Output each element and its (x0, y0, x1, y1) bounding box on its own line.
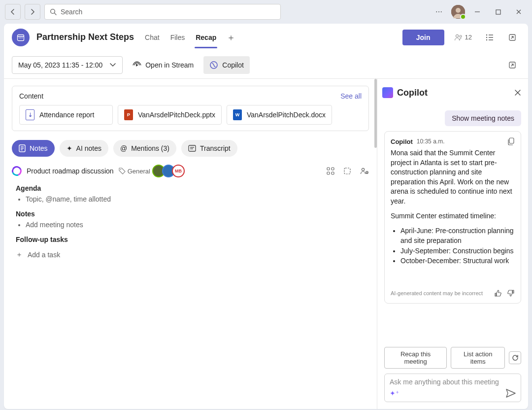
close-copilot-button[interactable] (514, 89, 521, 96)
prompt-recap[interactable]: Recap this meeting (384, 347, 447, 369)
file-attendance-report[interactable]: Attendance report (19, 105, 113, 125)
prompt-suggestions: Recap this meeting List action items (377, 343, 528, 371)
svg-point-12 (460, 35, 462, 37)
add-task-button[interactable]: ＋ Add a task (16, 250, 369, 259)
thumbs-down-button[interactable] (507, 289, 515, 297)
thumbs-up-button[interactable] (494, 289, 502, 297)
svg-rect-5 (496, 10, 500, 14)
search-placeholder: Search (61, 8, 82, 16)
pill-ai-notes[interactable]: ✦ AI notes (60, 140, 108, 157)
response-sender: Copilot (391, 138, 413, 145)
file-label: VanArsdelPitchDeck.pptx (138, 111, 215, 119)
file-pptx[interactable]: P VanArsdelPitchDeck.pptx (118, 105, 222, 125)
copilot-logo-icon (382, 87, 393, 98)
pop-out-button[interactable] (504, 30, 520, 45)
svg-line-1 (54, 13, 56, 15)
facepile[interactable]: MB (155, 165, 185, 177)
svg-point-35 (362, 168, 364, 171)
suggestion-chip[interactable]: Show meeting notes (445, 110, 521, 126)
search-input[interactable]: Search (44, 4, 281, 20)
copilot-title: Copilot (397, 88, 428, 98)
svg-point-3 (456, 8, 461, 13)
response-subheading: Summit Center estimated timeline: (391, 211, 515, 221)
recap-main: Content See all Attendance report P VanA… (4, 79, 377, 409)
tab-recap[interactable]: Recap (195, 27, 217, 48)
datetime-picker[interactable]: May 05, 2023 11:35 - 12:00 (12, 56, 123, 74)
pill-transcript[interactable]: Transcript (181, 140, 237, 157)
pill-notes[interactable]: Notes (12, 140, 55, 157)
task-list-button[interactable] (482, 30, 498, 45)
compose-placeholder: Ask me anything about this meeting (390, 378, 516, 386)
add-tab-button[interactable]: ＋ (224, 31, 238, 44)
tasks-heading: Follow-up tasks (16, 236, 369, 243)
window-maximize-button[interactable] (490, 5, 506, 19)
tab-chat[interactable]: Chat (144, 27, 161, 48)
open-in-stream-button[interactable]: Open in Stream (128, 56, 199, 74)
datetime-value: May 05, 2023 11:35 - 12:00 (18, 61, 102, 69)
tasks-section: Follow-up tasks (16, 236, 369, 243)
see-all-link[interactable]: See all (340, 92, 362, 100)
file-docx[interactable]: W VanArsdelPitchDeck.docx (227, 105, 332, 125)
tab-files[interactable]: Files (169, 27, 186, 48)
current-user-avatar[interactable] (451, 5, 465, 19)
sparkle-icon[interactable]: ✦⁺ (390, 389, 399, 397)
presence-available-icon (460, 14, 466, 20)
app-surface: Partnership Next Steps Chat Files Recap … (4, 24, 528, 409)
notes-placeholder[interactable]: Add meeting notes (26, 221, 369, 229)
open-external-button[interactable] (504, 57, 520, 73)
meeting-header: Partnership Next Steps Chat Files Recap … (4, 24, 528, 51)
prompt-actions[interactable]: List action items (451, 347, 505, 369)
pill-label: Mentions (3) (131, 144, 169, 152)
svg-point-17 (486, 39, 487, 40)
join-button[interactable]: Join (402, 30, 444, 45)
loop-component-button[interactable] (343, 167, 351, 175)
copilot-label: Copilot (222, 61, 244, 69)
svg-rect-26 (189, 145, 196, 151)
add-task-label: Add a task (28, 251, 60, 259)
transcript-icon (188, 145, 196, 152)
svg-point-13 (486, 34, 487, 35)
svg-point-11 (456, 34, 458, 37)
loop-icon (10, 165, 24, 178)
pill-label: Notes (30, 144, 48, 152)
word-icon: W (233, 109, 242, 120)
share-people-button[interactable] (360, 167, 369, 175)
apps-button[interactable] (327, 167, 334, 175)
svg-rect-31 (332, 168, 334, 170)
participants-chip[interactable]: 12 (451, 31, 475, 44)
copilot-panel: Copilot Show meeting notes Copilot 10:35… (377, 79, 528, 409)
meeting-tabs: Chat Files Recap (144, 27, 217, 48)
notes-icon (19, 144, 26, 152)
window-close-button[interactable] (510, 5, 527, 19)
svg-point-9 (20, 37, 21, 38)
svg-point-29 (120, 169, 121, 170)
refresh-prompts-button[interactable] (509, 351, 521, 364)
response-bullet: October-December: Structural work (400, 256, 515, 266)
back-button[interactable] (5, 4, 21, 20)
copy-button[interactable] (507, 137, 515, 145)
more-button[interactable]: ⋯ (431, 5, 447, 19)
loop-tag[interactable]: General (119, 168, 150, 175)
content-heading: Content (19, 92, 43, 100)
loop-title: Product roadmap discussion (27, 167, 114, 175)
powerpoint-icon: P (124, 109, 133, 120)
chevron-down-icon (109, 63, 116, 68)
copilot-compose[interactable]: Ask me anything about this meeting ✦⁺ (384, 374, 521, 402)
forward-button[interactable] (25, 4, 40, 20)
agenda-placeholder[interactable]: Topic, @name, time allotted (26, 195, 369, 203)
copilot-toggle[interactable]: Copilot (203, 56, 250, 74)
plus-icon: ＋ (16, 250, 23, 259)
pill-label: Transcript (200, 144, 231, 152)
send-button[interactable] (506, 389, 516, 398)
window-minimize-button[interactable] (469, 5, 486, 19)
mention-icon: @ (120, 144, 127, 152)
notes-section: Notes Add meeting notes (16, 210, 369, 229)
people-icon (454, 34, 463, 41)
open-in-stream-label: Open in Stream (145, 61, 194, 69)
ai-disclaimer: AI-generated content may be incorrect (391, 290, 483, 296)
calendar-icon (12, 29, 30, 46)
pill-mentions[interactable]: @ Mentions (3) (113, 140, 176, 157)
tag-icon (119, 168, 126, 174)
sparkle-icon: ✦ (66, 144, 72, 152)
meeting-title: Partnership Next Steps (36, 32, 134, 42)
